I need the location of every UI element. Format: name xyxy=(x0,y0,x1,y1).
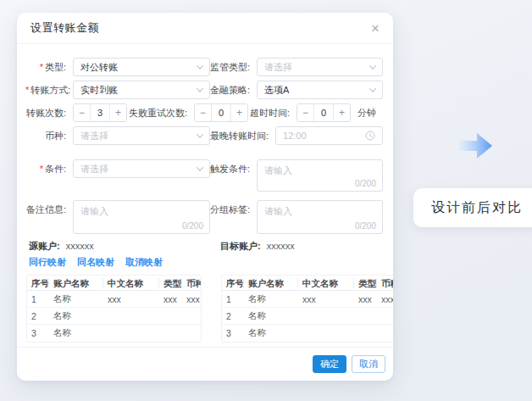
col-header-account-name: 账户名称 xyxy=(49,278,103,288)
table-row[interactable]: 2 名称 xyxy=(27,308,201,325)
chevron-down-icon xyxy=(197,85,203,92)
source-account: 源账户: xxxxxx xyxy=(25,240,220,252)
table-header-row: 序号 账户名称 中文名称 类型 币种 xyxy=(222,276,393,291)
cell-cn-name: xxx xyxy=(298,294,354,304)
cell-seq: 1 xyxy=(222,294,244,304)
cell-account-name: 名称 xyxy=(49,327,103,339)
type-select-value: 对公转账 xyxy=(80,61,118,74)
cell-seq: 3 xyxy=(222,328,244,338)
timeout-group: 超时时间: − 0 + 分钟 xyxy=(250,103,376,122)
cell-currency: xxx xyxy=(182,294,201,304)
form-row-currency: 币种: 请选择 最晚转账时间: 12:00 xyxy=(22,126,388,145)
dialog-header: 设置转账金额 × xyxy=(17,13,393,44)
source-account-value: xxxxxx xyxy=(66,241,94,251)
close-icon[interactable]: × xyxy=(371,21,380,36)
fail-retry-group: 失败重试次数: − 0 + xyxy=(129,103,248,122)
form-row-remark: 备注信息: 请输入 0/200 分组标签: 请输入 0/200 xyxy=(22,200,388,234)
transfer-method-select[interactable]: 实时到账 xyxy=(73,81,210,99)
table-row[interactable]: 3 名称 xyxy=(27,325,201,342)
cell-account-name: 名称 xyxy=(244,293,298,305)
char-counter: 0/200 xyxy=(355,179,376,188)
group-tag-textarea[interactable]: 请输入 0/200 xyxy=(257,200,383,234)
trigger-condition-textarea[interactable]: 请输入 0/200 xyxy=(257,159,383,192)
account-tables: 序号 账户名称 中文名称 类型 币种 1 名称 xxx xxx xxx 2 名称 xyxy=(22,275,388,343)
target-account-table: 序号 账户名称 中文名称 类型 币种 1 名称 xxx xxx xxx 2 名称 xyxy=(221,275,393,343)
type-select[interactable]: 对公转账 xyxy=(73,58,210,76)
currency-label: 币种: xyxy=(25,126,73,145)
latest-time-value: 12:00 xyxy=(283,131,307,141)
transfer-count-label: 转账次数: xyxy=(25,103,73,122)
target-account: 目标账户: xxxxxx xyxy=(220,240,295,252)
table-row[interactable]: 3 名称 xyxy=(222,325,393,342)
currency-select[interactable]: 请选择 xyxy=(73,126,210,145)
required-mark: * xyxy=(25,85,29,95)
table-row[interactable]: 1 名称 xxx xxx xxx xyxy=(27,291,201,308)
same-name-mapping-link[interactable]: 同名映射 xyxy=(77,256,114,269)
col-header-currency: 币种 xyxy=(377,278,393,288)
design-comparison-caption: 设计前后对比 xyxy=(413,188,532,227)
transfer-method-value: 实时到账 xyxy=(80,84,118,97)
cell-account-name: 名称 xyxy=(49,310,103,322)
remark-placeholder: 请输入 xyxy=(80,206,108,216)
chevron-down-icon xyxy=(369,62,376,69)
dialog-title: 设置转账金额 xyxy=(30,20,99,36)
increment-button[interactable]: + xyxy=(231,104,247,121)
transfer-count-group: 转账次数: − 3 + xyxy=(25,103,127,122)
decrement-button[interactable]: − xyxy=(297,104,313,121)
cancel-button[interactable]: 取消 xyxy=(352,355,385,373)
fail-retry-stepper: − 0 + xyxy=(194,103,248,122)
decrement-button[interactable]: − xyxy=(195,104,211,121)
regulatory-type-select[interactable]: 请选择 xyxy=(257,58,383,76)
col-header-cn-name: 中文名称 xyxy=(298,278,354,288)
transfer-method-label: *转账方式: xyxy=(25,81,73,99)
col-header-seq: 序号 xyxy=(27,278,49,288)
timeout-label: 超时时间: xyxy=(250,103,296,122)
table-row[interactable]: 2 名称 xyxy=(222,308,393,325)
group-tag-label: 分组标签: xyxy=(210,200,257,219)
fail-retry-value[interactable]: 0 xyxy=(211,104,231,121)
form-row-condition: *条件: 请选择 触发条件: 请输入 0/200 xyxy=(22,159,388,192)
accounts-row: 源账户: xxxxxx 目标账户: xxxxxx xyxy=(25,240,383,252)
required-mark: * xyxy=(40,164,43,174)
required-mark: * xyxy=(40,62,43,72)
increment-button[interactable]: + xyxy=(334,104,350,121)
cell-type: xxx xyxy=(354,294,377,304)
increment-button[interactable]: + xyxy=(110,104,126,121)
clock-icon xyxy=(365,131,375,141)
cell-seq: 2 xyxy=(222,311,244,321)
timeout-value[interactable]: 0 xyxy=(313,104,334,121)
transfer-count-value[interactable]: 3 xyxy=(90,104,110,121)
latest-time-label: 最晚转账时间: xyxy=(210,126,275,145)
cell-account-name: 名称 xyxy=(244,327,298,339)
trigger-condition-placeholder: 请输入 xyxy=(264,165,292,175)
col-header-account-name: 账户名称 xyxy=(244,278,298,288)
chevron-down-icon xyxy=(197,62,203,69)
remark-textarea[interactable]: 请输入 0/200 xyxy=(73,200,210,234)
chevron-down-icon xyxy=(197,131,203,137)
source-account-table: 序号 账户名称 中文名称 类型 币种 1 名称 xxx xxx xxx 2 名称 xyxy=(26,275,202,343)
group-tag-placeholder: 请输入 xyxy=(264,206,292,216)
cancel-mapping-link[interactable]: 取消映射 xyxy=(125,256,163,269)
condition-select[interactable]: 请选择 xyxy=(73,159,210,178)
condition-label: *条件: xyxy=(25,159,73,178)
cell-type: xxx xyxy=(159,294,182,304)
decrement-button[interactable]: − xyxy=(74,104,90,121)
confirm-button[interactable]: 确定 xyxy=(313,355,346,373)
mapping-actions: 同行映射 同名映射 取消映射 xyxy=(22,256,388,275)
col-header-seq: 序号 xyxy=(222,278,244,288)
fail-retry-label: 失败重试次数: xyxy=(129,103,194,122)
cell-account-name: 名称 xyxy=(244,310,298,322)
financial-strategy-value: 选项A xyxy=(264,84,289,97)
table-header-row: 序号 账户名称 中文名称 类型 币种 xyxy=(27,276,201,291)
latest-time-input[interactable]: 12:00 xyxy=(275,126,383,145)
currency-placeholder: 请选择 xyxy=(80,130,108,142)
right-arrow-icon xyxy=(458,132,492,159)
same-bank-mapping-link[interactable]: 同行映射 xyxy=(29,256,66,269)
remark-label: 备注信息: xyxy=(25,200,73,219)
financial-strategy-select[interactable]: 选项A xyxy=(257,81,383,99)
transfer-amount-dialog: 设置转账金额 × *类型: 对公转账 监管类型: 请选择 *转账方式: 实时到账… xyxy=(17,13,393,381)
type-label: *类型: xyxy=(25,58,73,76)
form-row-steppers: 转账次数: − 3 + 失败重试次数: − 0 + 超时时间: − xyxy=(22,103,388,122)
table-row[interactable]: 1 名称 xxx xxx xxx xyxy=(222,291,393,308)
cell-cn-name: xxx xyxy=(103,294,159,304)
